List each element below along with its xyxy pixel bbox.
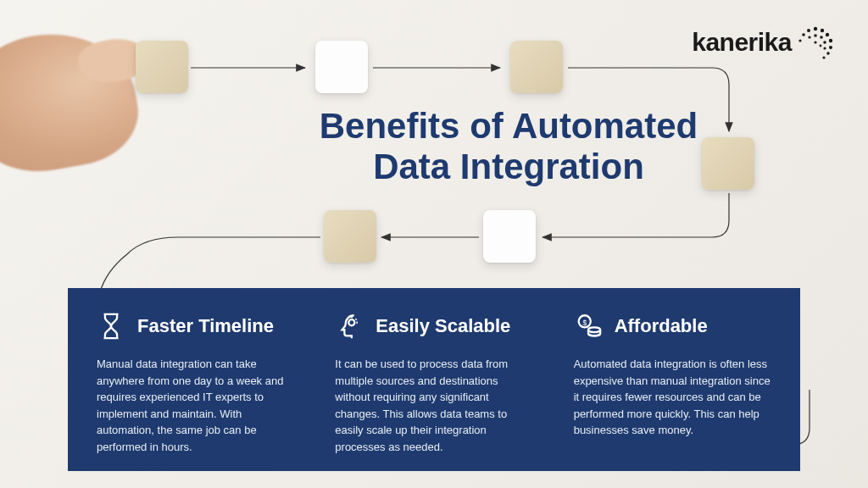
hand-placing-block bbox=[0, 20, 146, 183]
brand-logo: kanerika bbox=[692, 24, 834, 61]
svg-point-19 bbox=[820, 45, 822, 47]
main-title: Benefits of Automated Data Integration bbox=[284, 106, 733, 188]
col-body: It can be used to process data from mult… bbox=[335, 356, 532, 455]
col-title: Easily Scalable bbox=[376, 315, 510, 337]
svg-point-14 bbox=[814, 34, 817, 37]
svg-point-6 bbox=[826, 33, 829, 36]
svg-point-4 bbox=[814, 27, 817, 30]
benefit-col-affordable: $ Affordable Automated data integration … bbox=[554, 312, 792, 451]
benefit-col-scalable: Easily Scalable It can be used to proces… bbox=[314, 312, 553, 451]
svg-line-23 bbox=[356, 319, 357, 320]
svg-point-13 bbox=[798, 39, 801, 42]
svg-point-16 bbox=[823, 41, 826, 44]
svg-point-21 bbox=[349, 319, 355, 325]
col-head: Faster Timeline bbox=[97, 312, 294, 341]
benefits-panel: Faster Timeline Manual data integration … bbox=[68, 288, 800, 471]
col-body: Manual data integration can take anywher… bbox=[97, 356, 294, 455]
flow-block-6 bbox=[324, 210, 376, 263]
svg-point-18 bbox=[814, 41, 816, 43]
col-head: $ Affordable bbox=[574, 312, 771, 341]
svg-point-20 bbox=[808, 36, 810, 38]
col-body: Automated data integration is often less… bbox=[574, 356, 771, 439]
flow-block-1 bbox=[136, 41, 188, 93]
col-head: Easily Scalable bbox=[335, 312, 532, 341]
svg-text:$: $ bbox=[582, 319, 587, 327]
col-title: Faster Timeline bbox=[137, 315, 274, 337]
hourglass-icon bbox=[97, 312, 125, 341]
svg-line-25 bbox=[347, 319, 348, 320]
flow-block-2 bbox=[315, 41, 368, 93]
svg-point-28 bbox=[588, 327, 600, 332]
title-text: Benefits of Automated Data Integration bbox=[320, 106, 698, 186]
logo-text: kanerika bbox=[692, 28, 792, 57]
svg-point-12 bbox=[802, 33, 805, 36]
svg-point-17 bbox=[823, 47, 826, 49]
flow-block-3 bbox=[510, 41, 563, 93]
flow-block-5 bbox=[483, 210, 536, 263]
benefit-col-faster: Faster Timeline Manual data integration … bbox=[76, 312, 314, 451]
col-title: Affordable bbox=[615, 315, 708, 337]
head-idea-icon bbox=[335, 312, 364, 341]
svg-point-10 bbox=[822, 56, 825, 58]
svg-point-8 bbox=[829, 46, 832, 49]
svg-point-5 bbox=[821, 29, 824, 32]
svg-point-15 bbox=[820, 36, 823, 39]
coins-icon: $ bbox=[574, 312, 603, 341]
svg-point-7 bbox=[829, 39, 832, 42]
logo-dots-icon bbox=[797, 24, 834, 61]
svg-point-9 bbox=[826, 52, 830, 55]
svg-point-11 bbox=[807, 29, 810, 32]
